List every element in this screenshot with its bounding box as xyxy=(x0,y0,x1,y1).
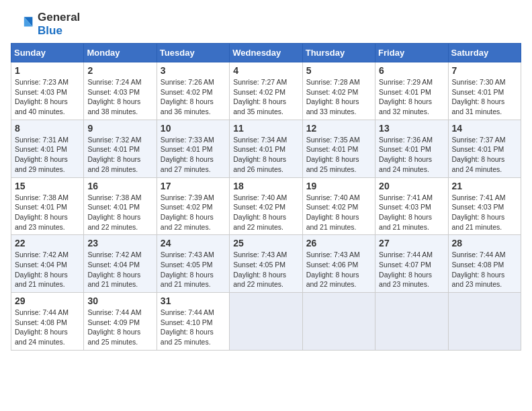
day-info: Sunrise: 7:38 AMSunset: 4:01 PMDaylight:… xyxy=(87,193,141,231)
calendar-cell: 7 Sunrise: 7:30 AMSunset: 4:01 PMDayligh… xyxy=(448,62,521,120)
day-number: 1 xyxy=(15,65,80,76)
day-number: 2 xyxy=(87,65,152,76)
calendar-table: SundayMondayTuesdayWednesdayThursdayFrid… xyxy=(11,43,521,351)
calendar-cell xyxy=(375,293,448,351)
calendar-cell: 31 Sunrise: 7:44 AMSunset: 4:10 PMDaylig… xyxy=(157,293,229,351)
calendar-cell: 12 Sunrise: 7:35 AMSunset: 4:01 PMDaylig… xyxy=(302,120,375,177)
day-info: Sunrise: 7:39 AMSunset: 4:02 PMDaylight:… xyxy=(161,193,214,231)
day-number: 26 xyxy=(306,238,371,248)
weekday-header-friday: Friday xyxy=(375,44,448,62)
day-info: Sunrise: 7:44 AMSunset: 4:07 PMDaylight:… xyxy=(379,250,433,288)
weekday-header-thursday: Thursday xyxy=(302,44,375,62)
calendar-cell: 21 Sunrise: 7:41 AMSunset: 4:03 PMDaylig… xyxy=(448,177,521,235)
day-number: 17 xyxy=(161,181,226,191)
day-number: 14 xyxy=(452,123,517,134)
day-number: 4 xyxy=(233,65,298,76)
day-info: Sunrise: 7:34 AMSunset: 4:01 PMDaylight:… xyxy=(233,136,287,173)
day-number: 29 xyxy=(15,295,80,306)
day-info: Sunrise: 7:43 AMSunset: 4:05 PMDaylight:… xyxy=(233,250,287,288)
day-number: 16 xyxy=(87,181,152,191)
logo-area: General Blue xyxy=(11,11,80,38)
day-info: Sunrise: 7:23 AMSunset: 4:03 PMDaylight:… xyxy=(15,78,69,116)
day-number: 23 xyxy=(87,238,152,248)
page-container: General Blue SundayMondayTuesdayWednesda… xyxy=(11,11,521,351)
day-number: 18 xyxy=(233,181,298,191)
calendar-cell: 8 Sunrise: 7:31 AMSunset: 4:01 PMDayligh… xyxy=(11,120,84,177)
day-info: Sunrise: 7:29 AMSunset: 4:01 PMDaylight:… xyxy=(379,78,433,116)
calendar-cell: 3 Sunrise: 7:26 AMSunset: 4:02 PMDayligh… xyxy=(157,62,229,120)
day-number: 10 xyxy=(161,123,226,134)
calendar-cell: 23 Sunrise: 7:42 AMSunset: 4:04 PMDaylig… xyxy=(84,235,157,293)
calendar-cell: 15 Sunrise: 7:38 AMSunset: 4:01 PMDaylig… xyxy=(11,177,84,235)
calendar-cell: 27 Sunrise: 7:44 AMSunset: 4:07 PMDaylig… xyxy=(375,235,448,293)
week-row-2: 8 Sunrise: 7:31 AMSunset: 4:01 PMDayligh… xyxy=(11,120,521,177)
day-number: 19 xyxy=(306,181,371,191)
day-number: 6 xyxy=(379,65,444,76)
day-info: Sunrise: 7:41 AMSunset: 4:03 PMDaylight:… xyxy=(452,193,506,231)
day-number: 9 xyxy=(87,123,152,134)
day-number: 28 xyxy=(452,238,517,248)
week-row-4: 22 Sunrise: 7:42 AMSunset: 4:04 PMDaylig… xyxy=(11,235,521,293)
calendar-cell: 30 Sunrise: 7:44 AMSunset: 4:09 PMDaylig… xyxy=(84,293,157,351)
day-number: 27 xyxy=(379,238,444,248)
day-info: Sunrise: 7:42 AMSunset: 4:04 PMDaylight:… xyxy=(15,250,69,288)
day-info: Sunrise: 7:37 AMSunset: 4:01 PMDaylight:… xyxy=(452,136,506,173)
calendar-cell: 17 Sunrise: 7:39 AMSunset: 4:02 PMDaylig… xyxy=(157,177,229,235)
day-info: Sunrise: 7:30 AMSunset: 4:01 PMDaylight:… xyxy=(452,78,506,116)
day-number: 3 xyxy=(161,65,226,76)
calendar-cell: 18 Sunrise: 7:40 AMSunset: 4:02 PMDaylig… xyxy=(230,177,302,235)
day-number: 25 xyxy=(233,238,298,248)
calendar-cell: 20 Sunrise: 7:41 AMSunset: 4:03 PMDaylig… xyxy=(375,177,448,235)
day-info: Sunrise: 7:44 AMSunset: 4:10 PMDaylight:… xyxy=(161,308,214,346)
calendar-cell xyxy=(230,293,302,351)
day-number: 12 xyxy=(306,123,371,134)
day-number: 24 xyxy=(161,238,226,248)
day-info: Sunrise: 7:44 AMSunset: 4:08 PMDaylight:… xyxy=(15,308,69,346)
day-info: Sunrise: 7:26 AMSunset: 4:02 PMDaylight:… xyxy=(161,78,214,116)
calendar-cell: 6 Sunrise: 7:29 AMSunset: 4:01 PMDayligh… xyxy=(375,62,448,120)
day-number: 20 xyxy=(379,181,444,191)
day-info: Sunrise: 7:31 AMSunset: 4:01 PMDaylight:… xyxy=(15,136,69,173)
day-info: Sunrise: 7:32 AMSunset: 4:01 PMDaylight:… xyxy=(87,136,141,173)
calendar-cell: 1 Sunrise: 7:23 AMSunset: 4:03 PMDayligh… xyxy=(11,62,84,120)
day-info: Sunrise: 7:38 AMSunset: 4:01 PMDaylight:… xyxy=(15,193,69,231)
calendar-cell: 10 Sunrise: 7:33 AMSunset: 4:01 PMDaylig… xyxy=(157,120,229,177)
calendar-cell xyxy=(302,293,375,351)
week-row-3: 15 Sunrise: 7:38 AMSunset: 4:01 PMDaylig… xyxy=(11,177,521,235)
calendar-cell: 26 Sunrise: 7:43 AMSunset: 4:06 PMDaylig… xyxy=(302,235,375,293)
weekday-header-wednesday: Wednesday xyxy=(230,44,302,62)
calendar-cell: 16 Sunrise: 7:38 AMSunset: 4:01 PMDaylig… xyxy=(84,177,157,235)
calendar-cell: 11 Sunrise: 7:34 AMSunset: 4:01 PMDaylig… xyxy=(230,120,302,177)
day-info: Sunrise: 7:44 AMSunset: 4:08 PMDaylight:… xyxy=(452,250,506,288)
calendar-cell: 9 Sunrise: 7:32 AMSunset: 4:01 PMDayligh… xyxy=(84,120,157,177)
day-info: Sunrise: 7:33 AMSunset: 4:01 PMDaylight:… xyxy=(161,136,214,173)
day-number: 30 xyxy=(87,295,152,306)
day-info: Sunrise: 7:36 AMSunset: 4:01 PMDaylight:… xyxy=(379,136,433,173)
weekday-header-saturday: Saturday xyxy=(448,44,521,62)
weekday-header-monday: Monday xyxy=(84,44,157,62)
day-info: Sunrise: 7:42 AMSunset: 4:04 PMDaylight:… xyxy=(87,250,141,288)
week-row-5: 29 Sunrise: 7:44 AMSunset: 4:08 PMDaylig… xyxy=(11,293,521,351)
day-number: 15 xyxy=(15,181,80,191)
day-number: 11 xyxy=(233,123,298,134)
day-info: Sunrise: 7:35 AMSunset: 4:01 PMDaylight:… xyxy=(306,136,360,173)
day-number: 5 xyxy=(306,65,371,76)
weekday-header-sunday: Sunday xyxy=(11,44,84,62)
calendar-cell: 2 Sunrise: 7:24 AMSunset: 4:03 PMDayligh… xyxy=(84,62,157,120)
day-number: 31 xyxy=(161,295,226,306)
week-row-1: 1 Sunrise: 7:23 AMSunset: 4:03 PMDayligh… xyxy=(11,62,521,120)
day-info: Sunrise: 7:28 AMSunset: 4:02 PMDaylight:… xyxy=(306,78,360,116)
day-number: 8 xyxy=(15,123,80,134)
logo-text: General Blue xyxy=(38,11,80,38)
calendar-cell: 22 Sunrise: 7:42 AMSunset: 4:04 PMDaylig… xyxy=(11,235,84,293)
day-info: Sunrise: 7:44 AMSunset: 4:09 PMDaylight:… xyxy=(87,308,141,346)
calendar-cell: 28 Sunrise: 7:44 AMSunset: 4:08 PMDaylig… xyxy=(448,235,521,293)
day-number: 7 xyxy=(452,65,517,76)
day-number: 22 xyxy=(15,238,80,248)
day-number: 13 xyxy=(379,123,444,134)
calendar-cell: 24 Sunrise: 7:43 AMSunset: 4:05 PMDaylig… xyxy=(157,235,229,293)
calendar-cell xyxy=(448,293,521,351)
day-info: Sunrise: 7:24 AMSunset: 4:03 PMDaylight:… xyxy=(87,78,141,116)
calendar-cell: 25 Sunrise: 7:43 AMSunset: 4:05 PMDaylig… xyxy=(230,235,302,293)
calendar-cell: 13 Sunrise: 7:36 AMSunset: 4:01 PMDaylig… xyxy=(375,120,448,177)
